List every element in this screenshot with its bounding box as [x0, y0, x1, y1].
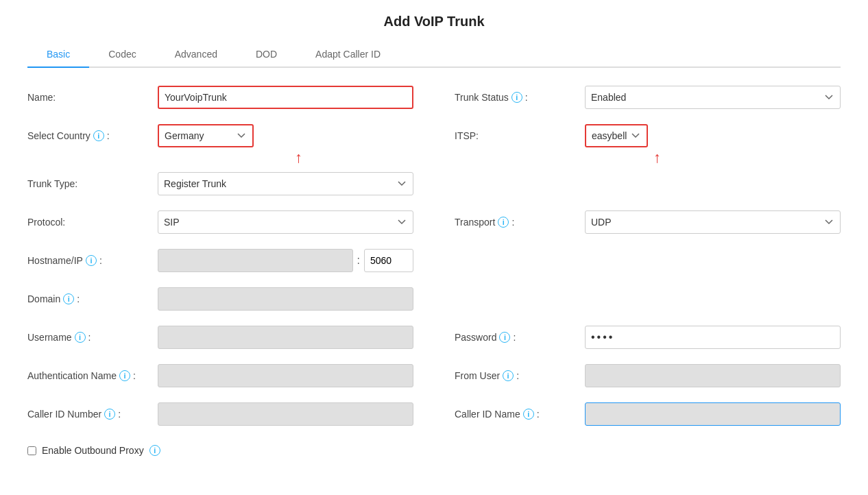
auth-name-row: Authentication Name i:: [27, 363, 413, 389]
hostname-info-icon: i: [86, 255, 97, 266]
username-label: Username i:: [27, 332, 158, 343]
trunk-type-row: Trunk Type: Register Trunk Peer Trunk: [27, 171, 413, 197]
select-country-select[interactable]: Germany United States United Kingdom: [158, 124, 254, 147]
tab-advanced[interactable]: Advanced: [156, 42, 237, 68]
domain-label: Domain i:: [27, 293, 158, 304]
auth-name-input[interactable]: [158, 364, 413, 387]
transport-info-icon: i: [498, 217, 509, 228]
page-title: Add VoIP Trunk: [27, 14, 841, 29]
trunk-status-row: Trunk Status i: Enabled Disabled: [455, 84, 841, 110]
transport-row: Transport i: UDP TCP TLS: [455, 209, 841, 235]
tab-adapt-caller-id[interactable]: Adapt Caller ID: [296, 42, 400, 68]
password-input[interactable]: [585, 326, 841, 349]
select-country-info-icon: i: [93, 130, 104, 141]
hostname-label: Hostname/IP i:: [27, 255, 158, 266]
select-country-row: Select Country i: Germany United States …: [27, 123, 413, 149]
outbound-proxy-checkbox[interactable]: [27, 446, 36, 455]
caller-id-name-info-icon: i: [523, 409, 534, 420]
transport-select[interactable]: UDP TCP TLS: [585, 210, 841, 234]
tab-basic[interactable]: Basic: [27, 42, 89, 68]
username-info-icon: i: [75, 332, 86, 343]
password-info-icon: i: [499, 332, 510, 343]
caller-id-number-input[interactable]: [158, 402, 413, 426]
from-user-input[interactable]: [585, 364, 841, 387]
trunk-status-info-icon: i: [511, 92, 522, 103]
protocol-select[interactable]: SIP IAX: [158, 210, 413, 234]
caller-id-number-info-icon: i: [104, 409, 115, 420]
trunk-status-label: Trunk Status i:: [455, 92, 585, 103]
port-input[interactable]: [364, 249, 413, 272]
caller-id-name-label: Caller ID Name i:: [455, 409, 585, 420]
username-row: Username i:: [27, 324, 413, 350]
itsp-label: ITSP:: [455, 130, 585, 141]
country-arrow: ↑: [295, 149, 302, 167]
caller-id-name-row: Caller ID Name i:: [455, 401, 841, 427]
trunk-status-select[interactable]: Enabled Disabled: [585, 86, 841, 109]
outbound-proxy-label: Enable Outbound Proxy: [42, 445, 144, 456]
domain-row: Domain i:: [27, 286, 413, 312]
domain-input[interactable]: [158, 287, 413, 311]
name-label: Name:: [27, 92, 158, 103]
hostname-input-group: :: [158, 249, 413, 272]
tab-bar: Basic Codec Advanced DOD Adapt Caller ID: [27, 42, 841, 68]
tab-dod[interactable]: DOD: [237, 42, 296, 68]
from-user-label: From User i:: [455, 370, 585, 381]
hostname-input[interactable]: [158, 249, 353, 272]
auth-name-label: Authentication Name i:: [27, 370, 158, 381]
itsp-arrow: ↑: [653, 149, 661, 167]
caller-id-number-row: Caller ID Number i:: [27, 401, 413, 427]
colon-separator: :: [357, 254, 360, 267]
trunk-type-label: Trunk Type:: [27, 178, 158, 189]
from-user-info-icon: i: [503, 370, 514, 381]
password-row: Password i:: [455, 324, 841, 350]
username-input[interactable]: [158, 326, 413, 349]
from-user-row: From User i:: [455, 363, 841, 389]
caller-id-name-input[interactable]: [585, 402, 841, 426]
select-country-label: Select Country i:: [27, 130, 158, 141]
trunk-type-select[interactable]: Register Trunk Peer Trunk: [158, 172, 413, 195]
tab-codec[interactable]: Codec: [89, 42, 155, 68]
password-label: Password i:: [455, 332, 585, 343]
protocol-row: Protocol: SIP IAX: [27, 209, 413, 235]
name-input[interactable]: [158, 86, 413, 109]
hostname-row: Hostname/IP i: :: [27, 248, 413, 274]
transport-label: Transport i:: [455, 217, 585, 228]
name-row: Name:: [27, 84, 413, 110]
outbound-proxy-row: Enable Outbound Proxy i: [27, 445, 413, 456]
outbound-proxy-info-icon: i: [149, 445, 160, 456]
protocol-label: Protocol:: [27, 217, 158, 228]
itsp-select[interactable]: easybell other: [585, 124, 648, 147]
caller-id-number-label: Caller ID Number i:: [27, 409, 158, 420]
auth-name-info-icon: i: [119, 370, 130, 381]
domain-info-icon: i: [63, 293, 74, 304]
itsp-row: ITSP: easybell other ↑: [455, 123, 841, 149]
